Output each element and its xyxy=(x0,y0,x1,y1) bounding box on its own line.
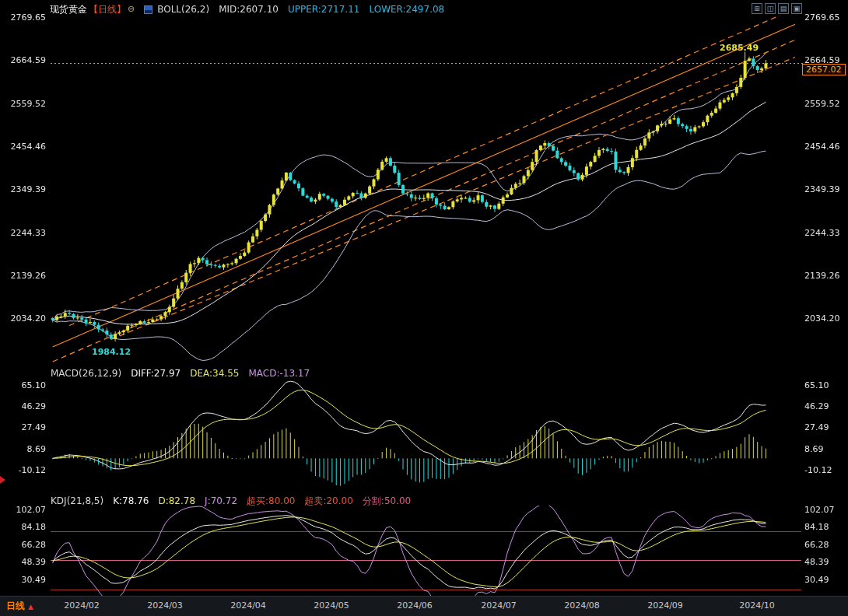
main-y-tick: 2454.46 xyxy=(804,142,840,152)
high-price-annotation: 2685.49 xyxy=(720,43,759,53)
macd-label: MACD(26,12,9) xyxy=(51,368,121,379)
x-axis-date: 2024/02 xyxy=(64,600,100,611)
chart-header: 现货黄金【日线】⊖ BOLL(26,2) MID:2607.10 UPPER:2… xyxy=(50,4,444,15)
main-y-tick: 2349.39 xyxy=(804,184,840,194)
trading-chart-app: 现货黄金【日线】⊖ BOLL(26,2) MID:2607.10 UPPER:2… xyxy=(0,0,848,616)
kdj-overbought: 超买:80.00 xyxy=(247,495,295,506)
instrument-title: 现货黄金 xyxy=(50,4,87,15)
macd-y-tick: 65.10 xyxy=(804,380,829,390)
kdj-oversold: 超卖:20.00 xyxy=(304,495,352,506)
macd-header: MACD(26,12,9) DIFF:27.97 DEA:34.55 MACD:… xyxy=(51,368,310,379)
macd-y-tick: -10.12 xyxy=(2,465,46,475)
x-axis-date: 2024/05 xyxy=(314,600,349,611)
x-axis-date: 2024/09 xyxy=(647,600,683,611)
list-view-icon[interactable]: ▤ xyxy=(778,3,789,14)
kdj-label: KDJ(21,8,5) xyxy=(51,495,103,506)
macd-bar-value: MACD:-13.17 xyxy=(248,368,310,379)
main-y-tick: 2559.52 xyxy=(804,99,840,109)
indicator-badge-icon[interactable] xyxy=(144,5,152,14)
kdj-y-tick: 66.28 xyxy=(2,540,46,550)
macd-diff-value: DIFF:27.97 xyxy=(131,368,180,379)
x-axis-date: 2024/03 xyxy=(147,600,183,611)
main-y-tick: 2139.26 xyxy=(2,271,46,281)
boll-lower-value: LOWER:2497.08 xyxy=(369,4,444,15)
x-axis-date: 2024/06 xyxy=(397,600,433,611)
chart-canvas[interactable] xyxy=(0,0,848,616)
kdj-k-value: K:78.76 xyxy=(113,495,149,506)
macd-y-tick: -10.12 xyxy=(804,465,832,475)
macd-y-tick: 8.69 xyxy=(2,444,46,454)
macd-y-tick: 27.49 xyxy=(2,422,46,432)
main-y-tick: 2139.26 xyxy=(804,271,840,281)
macd-dea-value: DEA:34.55 xyxy=(190,368,239,379)
period-tag: 【日线】 xyxy=(89,4,126,15)
main-y-tick: 2769.65 xyxy=(2,12,46,23)
low-price-annotation: 1984.12 xyxy=(92,347,131,357)
main-y-tick: 2349.39 xyxy=(2,184,46,194)
boll-mid-value: MID:2607.10 xyxy=(219,4,279,15)
macd-y-tick: 65.10 xyxy=(2,380,46,390)
main-y-tick: 2454.46 xyxy=(2,142,46,152)
current-price-badge: 2657.02 xyxy=(802,64,846,75)
main-y-tick: 2244.33 xyxy=(2,228,46,238)
kdj-y-tick: 48.39 xyxy=(2,557,46,567)
x-axis-date: 2024/04 xyxy=(230,600,266,611)
kdj-y-tick: 48.39 xyxy=(804,557,829,567)
kdj-y-tick: 66.28 xyxy=(804,540,829,550)
macd-y-tick: 27.49 xyxy=(804,422,829,432)
boll-label: BOLL(26,2) xyxy=(157,4,209,15)
main-y-tick: 2034.20 xyxy=(804,313,840,324)
caret-up-icon: ▲ xyxy=(28,603,33,611)
panel-view-icon[interactable]: ▣ xyxy=(791,3,802,14)
split-view-icon[interactable]: ◫ xyxy=(765,3,776,14)
collapse-icon[interactable]: ⊖ xyxy=(128,4,135,15)
boll-upper-value: UPPER:2717.11 xyxy=(288,4,359,15)
main-y-tick: 2769.65 xyxy=(804,12,840,23)
kdj-header: KDJ(21,8,5) K:78.76 D:82.78 J:70.72 超买:8… xyxy=(51,495,411,506)
main-y-tick: 2664.59 xyxy=(2,55,46,65)
kdj-y-tick: 84.18 xyxy=(2,522,46,532)
period-selector[interactable]: 日线 ▲ xyxy=(6,600,33,613)
x-axis-date: 2024/08 xyxy=(564,600,600,611)
kdj-divider: 分割:50.00 xyxy=(363,495,411,506)
macd-y-tick: 46.29 xyxy=(2,401,46,411)
kdj-d-value: D:82.78 xyxy=(158,495,195,506)
kdj-y-tick: 30.49 xyxy=(804,575,829,585)
kdj-j-value: J:70.72 xyxy=(205,495,237,506)
x-axis-date: 2024/10 xyxy=(739,600,775,611)
kdj-y-tick: 84.18 xyxy=(804,522,829,532)
macd-y-tick: 8.69 xyxy=(804,444,824,454)
grid-layout-icon[interactable]: ⊞ xyxy=(752,3,762,14)
macd-y-tick: 46.29 xyxy=(804,401,829,411)
x-axis-date: 2024/07 xyxy=(481,600,517,611)
main-y-tick: 2034.20 xyxy=(2,313,46,324)
main-y-tick: 2244.33 xyxy=(804,228,840,238)
main-y-tick: 2559.52 xyxy=(2,99,46,109)
kdj-y-tick: 30.49 xyxy=(2,575,46,585)
kdj-y-tick: 102.07 xyxy=(2,505,46,515)
left-edge-marker-icon xyxy=(0,476,5,484)
kdj-y-tick: 102.07 xyxy=(804,505,835,515)
